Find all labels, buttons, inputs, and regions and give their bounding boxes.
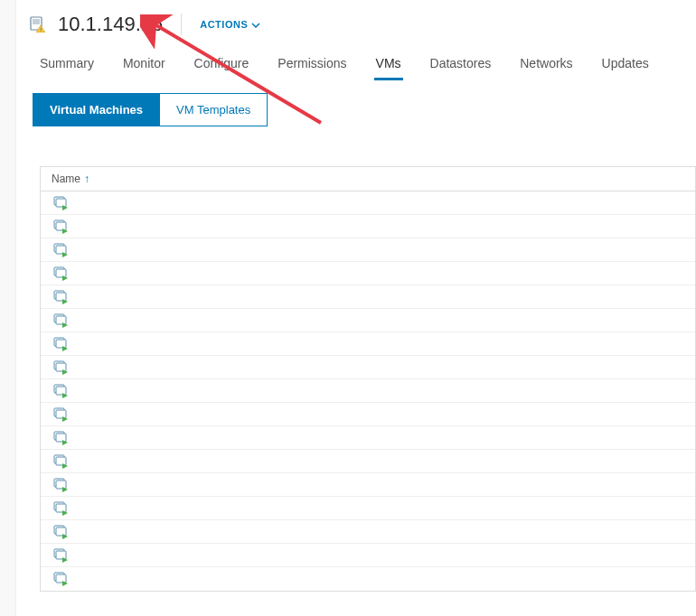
table-row[interactable]: [41, 191, 695, 215]
vm-powered-on-icon: [53, 313, 68, 328]
secondary-tabs: Virtual MachinesVM Templates: [33, 93, 268, 126]
column-header-name: Name: [52, 173, 80, 185]
tab-monitor[interactable]: Monitor: [121, 49, 167, 79]
vm-name-cell: [75, 455, 682, 468]
table-row[interactable]: [41, 285, 695, 309]
subtab-vm-templates[interactable]: VM Templates: [159, 94, 267, 126]
vm-powered-on-icon: [53, 548, 68, 563]
vm-name-cell: [75, 573, 682, 585]
svg-rect-46: [56, 504, 66, 512]
sort-ascending-icon: ↑: [84, 173, 89, 185]
vm-powered-on-icon: [53, 196, 68, 210]
actions-label: ACTIONS: [200, 19, 248, 30]
tab-permissions[interactable]: Permissions: [276, 49, 348, 79]
vm-name-cell: [75, 432, 682, 444]
vm-table: Name ↑: [40, 166, 696, 592]
svg-rect-19: [56, 293, 66, 301]
vm-powered-on-icon: [53, 384, 68, 398]
vm-powered-on-icon: [53, 572, 68, 586]
host-icon: !: [29, 16, 45, 33]
svg-rect-16: [56, 269, 66, 277]
vm-name-cell: [75, 361, 682, 374]
vm-powered-on-icon: [53, 407, 68, 422]
vm-name-cell: [75, 220, 682, 233]
vm-name-cell: [75, 291, 682, 303]
primary-tabs: SummaryMonitorConfigurePermissionsVMsDat…: [25, 45, 696, 80]
vm-powered-on-icon: [53, 266, 68, 281]
table-row[interactable]: [41, 567, 695, 591]
vm-powered-on-icon: [53, 454, 68, 469]
vm-name-cell: [75, 244, 682, 257]
svg-rect-13: [56, 246, 66, 254]
table-row[interactable]: [41, 215, 695, 238]
vm-powered-on-icon: [53, 243, 68, 257]
svg-rect-10: [56, 222, 66, 230]
svg-rect-43: [56, 481, 66, 489]
table-row[interactable]: [41, 403, 695, 426]
vm-name-cell: [75, 197, 682, 210]
vm-name-cell: [75, 385, 682, 397]
vm-powered-on-icon: [53, 431, 68, 445]
vm-powered-on-icon: [53, 525, 68, 539]
tab-vms[interactable]: VMs: [374, 49, 403, 79]
main-content: ! 10.1.149.16 ACTIONS SummaryMonitorConf…: [16, 0, 696, 592]
svg-rect-52: [56, 551, 66, 559]
vm-powered-on-icon: [53, 290, 68, 304]
vm-powered-on-icon: [53, 337, 68, 351]
vm-name-cell: [75, 267, 682, 280]
host-title: 10.1.149.16: [58, 13, 163, 36]
vm-name-cell: [75, 338, 682, 350]
svg-rect-55: [56, 574, 66, 583]
vm-name-cell: [75, 479, 682, 491]
svg-rect-34: [56, 410, 66, 418]
svg-rect-22: [56, 316, 66, 324]
vm-name-cell: [75, 502, 682, 515]
left-gutter: [0, 0, 16, 616]
table-row[interactable]: [41, 426, 695, 450]
table-header-name[interactable]: Name ↑: [41, 167, 695, 191]
table-row[interactable]: [41, 473, 695, 497]
chevron-down-icon: [251, 19, 260, 30]
svg-rect-31: [56, 387, 66, 395]
table-row[interactable]: [41, 544, 695, 567]
table-row[interactable]: [41, 450, 695, 473]
vm-powered-on-icon: [53, 360, 68, 375]
actions-dropdown[interactable]: ACTIONS: [200, 19, 260, 30]
vm-powered-on-icon: [53, 501, 68, 516]
header-divider: [181, 14, 182, 35]
vm-name-cell: [75, 408, 682, 421]
vm-name-cell: [75, 314, 682, 327]
table-row[interactable]: [41, 238, 695, 262]
table-row[interactable]: [41, 309, 695, 332]
vm-name-cell: [75, 526, 682, 538]
svg-rect-7: [56, 199, 66, 207]
page-header: ! 10.1.149.16 ACTIONS: [25, 0, 696, 45]
vm-name-cell: [75, 549, 682, 562]
table-row[interactable]: [41, 497, 695, 520]
tab-summary[interactable]: Summary: [38, 49, 96, 79]
svg-rect-40: [56, 457, 66, 465]
table-row[interactable]: [41, 520, 695, 544]
table-row[interactable]: [41, 379, 695, 403]
vm-powered-on-icon: [53, 219, 68, 234]
svg-rect-37: [56, 434, 66, 442]
table-row[interactable]: [41, 262, 695, 285]
vm-powered-on-icon: [53, 478, 68, 492]
table-row[interactable]: [41, 332, 695, 356]
subtab-virtual-machines[interactable]: Virtual Machines: [33, 94, 159, 126]
svg-rect-25: [56, 340, 66, 348]
tab-configure[interactable]: Configure: [193, 49, 251, 79]
table-row[interactable]: [41, 356, 695, 379]
svg-rect-49: [56, 527, 66, 536]
table-body: [41, 191, 695, 591]
svg-rect-28: [56, 363, 66, 371]
tab-updates[interactable]: Updates: [600, 49, 651, 79]
tab-networks[interactable]: Networks: [518, 49, 574, 79]
tab-datastores[interactable]: Datastores: [428, 49, 494, 79]
